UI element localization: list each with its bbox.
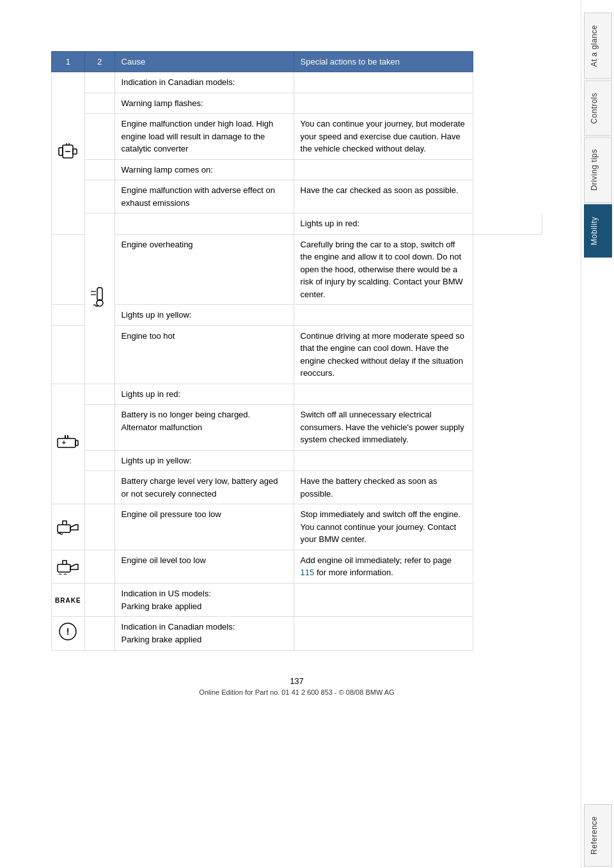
col2-empty [52,305,85,326]
table-row: Lights up in yellow: [52,450,542,471]
engine-malfunction-icon [58,143,78,160]
cause-engine-overheating: Engine overheating [114,234,294,305]
svg-text:+: + [62,439,66,446]
svg-rect-0 [59,148,63,155]
table-row: Battery charge level very low, battery a… [52,471,542,504]
oil-can-icon [56,516,79,535]
header-cause: Cause [114,52,294,72]
col2-empty [52,325,85,384]
action-oil-pressure: Stop immediately and switch off the engi… [294,504,473,550]
battery-icon: + [56,433,79,451]
table-row: BRAKE Indication in US models:Parking br… [52,584,542,617]
sidebar-tab-mobility[interactable]: Mobility [584,205,612,258]
col2-empty [84,550,114,584]
action-battery-checked: Have the battery checked as soon as poss… [294,471,473,504]
cause-lights-yellow-1: Lights up in yellow: [114,305,294,326]
cause-lights-red-1: Lights up in red: [294,213,473,235]
col2-empty [84,471,114,504]
col2-empty [84,180,114,213]
table-row: Engine malfunction under high load. High… [52,114,542,160]
action-brake-us [294,584,473,617]
icon-brake-text: BRAKE [52,584,85,617]
oil-level-icon [56,555,79,575]
page-number: 137 [51,676,542,686]
icon-oil-pressure [52,504,85,550]
col2-empty [84,114,114,160]
footer-text: Online Edition for Part no. 01 41 2 600 … [51,688,542,696]
action-empty-1 [294,72,473,93]
action-empty-4 [473,213,542,235]
table-row: + Lights up in red: [52,384,542,405]
table-row: Engine malfunction with adverse effect o… [52,180,542,213]
svg-rect-16 [58,525,70,532]
action-oil-level: Add engine oil immediately; refer to pag… [294,550,473,584]
col2-empty [84,450,114,471]
col2-empty [84,504,114,550]
col2-empty [84,617,114,651]
action-continue-moderate: Continue driving at more moderate speed … [294,325,473,384]
cause-lights-yellow-2: Lights up in yellow: [114,450,294,471]
action-empty-5 [294,305,473,326]
cause-engine-malfunction-exhaust: Engine malfunction with adverse effect o… [114,180,294,213]
action-empty-6 [294,384,473,405]
cause-engine-too-hot: Engine too hot [114,325,294,384]
svg-rect-6 [97,288,102,300]
table-row: Battery is no longer being charged. Alte… [52,405,542,451]
page-container: 1 2 Cause Special actions to be taken [0,0,614,868]
cause-oil-level: Engine oil level too low [114,550,294,584]
col2-empty [84,93,114,114]
cause-battery-not-charging: Battery is no longer being charged. Alte… [114,405,294,451]
action-continue-journey: You can continue your journey, but moder… [294,114,473,160]
cause-warning-lamp-on: Warning lamp comes on: [114,159,294,180]
svg-rect-12 [75,440,78,446]
action-empty-3 [294,159,473,180]
cause-indication-canadian: Indication in Canadian models: [114,72,294,93]
icon-battery: + [52,384,85,504]
table-row: Lights up in yellow: [52,305,542,326]
col2-empty [52,234,85,305]
svg-rect-2 [73,149,77,154]
action-empty-7 [294,450,473,471]
table-row: Lights up in red: [52,213,542,235]
sidebar-tab-reference[interactable]: Reference [584,804,612,867]
cause-engine-malfunction-high-load: Engine malfunction under high load. High… [114,114,294,160]
right-sidebar: At a glance Controls Driving tips Mobili… [581,0,614,868]
col2-empty [84,584,114,617]
svg-rect-11 [58,438,75,447]
icon-thermometer [84,213,114,384]
sidebar-tab-at-a-glance[interactable]: At a glance [584,13,612,79]
action-brake-canada [294,617,473,651]
warning-lights-table: 1 2 Cause Special actions to be taken [51,51,542,651]
icon-oil-level [52,550,85,584]
table-row: Warning lamp comes on: [52,159,542,180]
icon-circled-i: ! [52,617,85,651]
thermometer-icon [88,286,111,307]
col2-empty [84,72,114,93]
cause-lights-red-2: Lights up in red: [114,384,294,405]
action-empty-2 [294,93,473,114]
action-bring-car-stop: Carefully bring the car to a stop, switc… [294,234,473,305]
col2-empty [114,213,294,235]
col2-empty [84,384,114,405]
table-row: Engine oil level too low Add engine oil … [52,550,542,584]
table-row: Engine overheating Carefully bring the c… [52,234,542,305]
cause-battery-charge-low: Battery charge level very low, battery a… [114,471,294,504]
circled-exclamation-icon: ! [58,622,77,641]
header-actions: Special actions to be taken [294,52,473,72]
cause-brake-canada: Indication in Canadian models:Parking br… [114,617,294,651]
action-check-soon: Have the car checked as soon as possible… [294,180,473,213]
icon-engine-check [52,72,85,235]
cause-oil-pressure: Engine oil pressure too low [114,504,294,550]
header-col2: 2 [84,52,114,72]
sidebar-tab-controls[interactable]: Controls [584,81,612,136]
main-content: 1 2 Cause Special actions to be taken [0,0,581,868]
col2-empty [84,159,114,180]
action-switch-off-consumers: Switch off all unnecessary electrical co… [294,405,473,451]
page-link-115: 115 [301,568,315,577]
svg-text:!: ! [67,626,70,637]
table-row: Indication in Canadian models: [52,72,542,93]
brake-label: BRAKE [55,597,81,604]
cause-warning-lamp-flashes: Warning lamp flashes: [114,93,294,114]
sidebar-tab-driving-tips[interactable]: Driving tips [584,137,612,203]
header-col1: 1 [52,52,85,72]
